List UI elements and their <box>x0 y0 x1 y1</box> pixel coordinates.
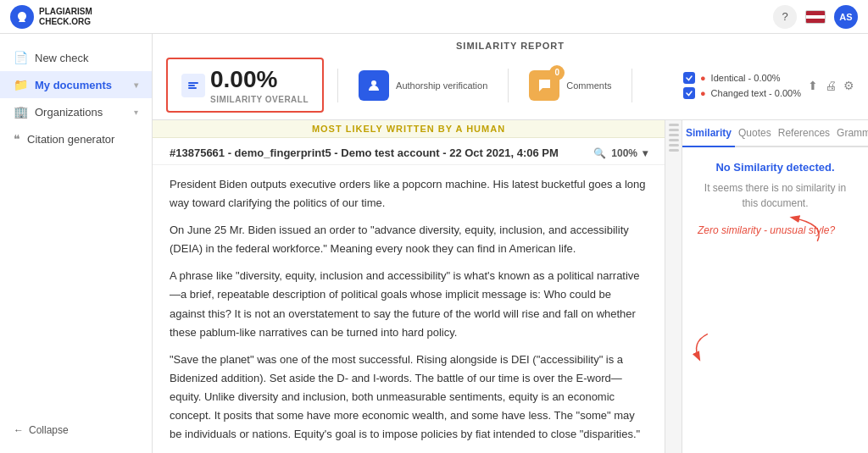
paragraph-4: "Save the planet" was one of the most su… <box>170 351 648 444</box>
content-area: SIMILARITY REPORT 0.00% SIMILARITY OVERA… <box>153 34 868 453</box>
sidebar-item-label: Organizations <box>35 106 103 119</box>
document-main[interactable]: MOST LIKELY WRITTEN BY A HUMAN #13875661… <box>153 120 665 453</box>
sidebar: 📄 New check 📁 My documents ▾ 🏢 Organizat… <box>0 34 153 453</box>
scroll-line <box>669 134 679 136</box>
doc-body: MOST LIKELY WRITTEN BY A HUMAN #13875661… <box>153 120 868 453</box>
similarity-overall-box: 0.00% SIMILARITY OVERALL <box>166 58 324 113</box>
zoom-chevron-icon: ▾ <box>643 147 648 159</box>
nav-right: ? AS <box>773 5 858 29</box>
report-actions: ⬆ 🖨 ⚙ <box>808 79 854 92</box>
logo-icon <box>10 5 34 29</box>
zoom-value: 100% <box>611 147 637 159</box>
zoom-control[interactable]: 🔍 100% ▾ <box>593 147 648 159</box>
similarity-label: SIMILARITY OVERALL <box>210 95 309 104</box>
similarity-icon <box>181 74 205 97</box>
report-header: SIMILARITY REPORT 0.00% SIMILARITY OVERA… <box>153 34 868 120</box>
changed-text-label: Changed text - 0.00% <box>711 88 801 98</box>
report-stats: 0.00% SIMILARITY OVERALL Authorship veri… <box>166 58 854 113</box>
paragraph-3: A phrase like "diversity, equity, inclus… <box>170 267 648 341</box>
comments-label: Comments <box>566 80 611 91</box>
similarity-value-wrapper: 0.00% SIMILARITY OVERALL <box>210 66 309 104</box>
my-documents-icon: 📁 <box>14 78 28 91</box>
check-items: ● Identical - 0.00% ● Changed text - 0.0… <box>683 72 801 99</box>
comments-icon: 0 <box>529 70 559 101</box>
logo-area: PLAGIARISM CHECK.ORG <box>10 5 92 29</box>
collapse-label: Collapse <box>29 424 69 436</box>
help-button[interactable]: ? <box>773 5 797 29</box>
sidebar-item-label: My documents <box>35 79 112 91</box>
collapse-button[interactable]: ← Collapse <box>0 417 152 443</box>
sidebar-item-my-documents[interactable]: 📁 My documents ▾ <box>0 71 152 98</box>
human-badge: MOST LIKELY WRITTEN BY A HUMAN <box>153 120 665 138</box>
similarity-value: 0.00% <box>210 66 309 93</box>
identical-checkbox[interactable] <box>683 72 695 84</box>
document-meta: #13875661 - demo_fingerprint5 - Demo tes… <box>153 138 665 165</box>
tab-similarity[interactable]: Similarity <box>682 120 735 147</box>
avatar[interactable]: AS <box>834 5 858 29</box>
document-title: #13875661 - demo_fingerprint5 - Demo tes… <box>170 146 559 159</box>
document-content: President Biden outputs executive orders… <box>153 165 665 453</box>
sidebar-item-label: Citation generator <box>27 133 114 146</box>
divider3 <box>632 69 632 102</box>
panel-content: No Similarity detected. It seems there i… <box>682 147 868 453</box>
right-panel: Similarity Quotes References Grammar No … <box>682 120 868 453</box>
divider <box>337 69 338 102</box>
logo-text: PLAGIARISM CHECK.ORG <box>39 7 92 27</box>
doc-scrollbar <box>665 120 682 453</box>
scroll-line <box>669 124 679 126</box>
print-button[interactable]: 🖨 <box>825 79 837 92</box>
chevron-down-icon: ▾ <box>134 80 138 90</box>
changed-text-check-item[interactable]: ● Changed text - 0.00% <box>683 87 801 99</box>
new-check-icon: 📄 <box>14 51 28 64</box>
scroll-line <box>669 129 679 131</box>
divider2 <box>508 69 509 102</box>
tab-references[interactable]: References <box>775 120 833 147</box>
paragraph-1: President Biden outputs executive orders… <box>170 175 648 213</box>
tab-quotes[interactable]: Quotes <box>735 120 775 147</box>
report-title: SIMILARITY REPORT <box>166 41 854 51</box>
panel-tabs: Similarity Quotes References Grammar <box>682 120 868 147</box>
chevron-down-icon: ▾ <box>134 108 138 117</box>
identical-label: Identical - 0.00% <box>711 73 781 83</box>
sidebar-item-organizations[interactable]: 🏢 Organizations ▾ <box>0 98 152 125</box>
search-icon: 🔍 <box>593 147 606 159</box>
comments-badge: 0 <box>549 65 565 80</box>
share-button[interactable]: ⬆ <box>808 79 818 92</box>
sidebar-item-citation-generator[interactable]: ❝ Citation generator <box>0 125 152 152</box>
sidebar-item-new-check[interactable]: 📄 New check <box>0 44 152 71</box>
svg-point-3 <box>371 80 376 86</box>
tab-grammar[interactable]: Grammar <box>833 120 868 147</box>
settings-button[interactable]: ⚙ <box>843 79 854 92</box>
zero-similarity-annotation: Zero similarity - unusual style? <box>698 224 861 236</box>
svg-rect-1 <box>188 85 195 86</box>
citation-icon: ❝ <box>14 132 20 146</box>
comments-box[interactable]: 0 Comments <box>515 64 625 108</box>
authorship-label: Authorship verification <box>396 80 487 91</box>
paragraph-2: On June 25 Mr. Biden issued an order to … <box>170 221 648 258</box>
changed-text-checkbox[interactable] <box>683 87 695 99</box>
annotation-text: Zero similarity - unusual style? <box>698 224 835 236</box>
authorship-icon <box>359 70 389 101</box>
svg-rect-0 <box>188 82 198 84</box>
authorship-box[interactable]: Authorship verification <box>345 64 501 108</box>
scroll-line <box>669 149 679 152</box>
scroll-line <box>669 139 679 141</box>
sidebar-item-label: New check <box>35 52 89 64</box>
no-similarity-text: It seems there is no similarity in this … <box>696 180 854 211</box>
collapse-arrow-icon: ← <box>14 424 24 436</box>
top-navigation: PLAGIARISM CHECK.ORG ? AS <box>0 0 868 34</box>
no-similarity-title: No Similarity detected. <box>696 161 854 174</box>
main-layout: 📄 New check 📁 My documents ▾ 🏢 Organizat… <box>0 34 868 453</box>
language-flag[interactable] <box>805 10 826 24</box>
identical-check-item[interactable]: ● Identical - 0.00% <box>683 72 801 84</box>
svg-rect-2 <box>188 87 197 89</box>
organizations-icon: 🏢 <box>14 105 28 119</box>
scroll-line <box>669 144 679 146</box>
